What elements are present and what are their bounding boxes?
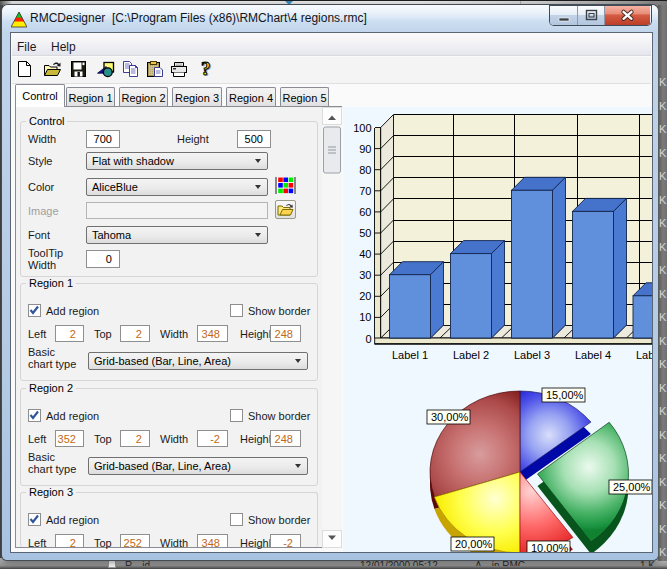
svg-text:40: 40 xyxy=(359,248,371,260)
svg-text:Label 4: Label 4 xyxy=(575,349,611,361)
svg-text:50: 50 xyxy=(359,227,371,239)
svg-text:60: 60 xyxy=(359,206,371,218)
svg-text:10,00%: 10,00% xyxy=(531,542,569,552)
svg-text:80: 80 xyxy=(359,164,371,176)
svg-text:20,00%: 20,00% xyxy=(455,538,493,550)
svg-text:15,00%: 15,00% xyxy=(546,389,584,401)
svg-text:90: 90 xyxy=(359,143,371,155)
svg-text:30,00%: 30,00% xyxy=(431,411,469,423)
svg-text:Label 5: Label 5 xyxy=(636,349,652,361)
svg-text:Label 2: Label 2 xyxy=(453,349,489,361)
svg-text:20: 20 xyxy=(359,290,371,302)
svg-text:100: 100 xyxy=(353,122,371,134)
svg-text:30: 30 xyxy=(359,269,371,281)
svg-text:Label 3: Label 3 xyxy=(514,349,550,361)
svg-text:0: 0 xyxy=(365,333,371,345)
svg-text:25,00%: 25,00% xyxy=(613,481,651,493)
svg-text:Label 1: Label 1 xyxy=(392,349,428,361)
svg-text:70: 70 xyxy=(359,185,371,197)
svg-text:?: ? xyxy=(201,61,211,78)
svg-text:10: 10 xyxy=(359,311,371,323)
